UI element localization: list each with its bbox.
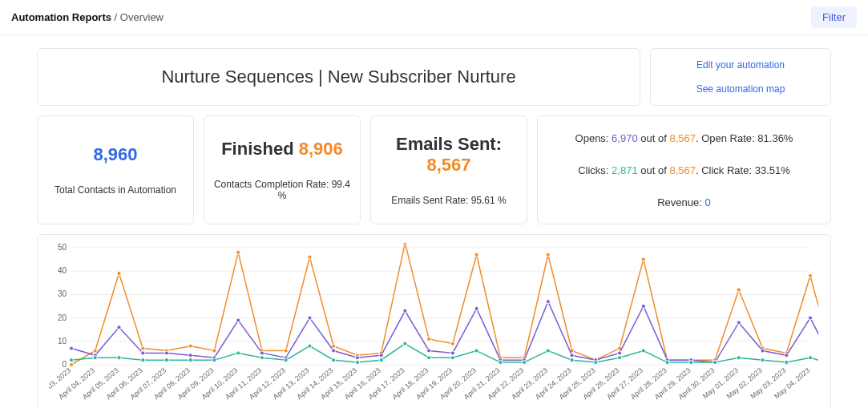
opens-outof: out of (640, 132, 667, 144)
svg-point-47 (141, 346, 145, 350)
stat-emails-sub-value: 95.61 % (471, 195, 507, 206)
stat-finished-sub-prefix: Contacts Completion Rate: (214, 179, 329, 190)
revenue-value: 0 (705, 196, 711, 208)
opens-label: Opens: (575, 132, 609, 144)
svg-point-116 (212, 358, 216, 362)
svg-text:30: 30 (58, 289, 67, 298)
opens-line: Opens: 6,970 out of 8,567. Open Rate: 81… (575, 132, 793, 144)
svg-point-45 (93, 349, 97, 353)
svg-point-113 (141, 358, 145, 362)
chart-card: 01020304050April 03, 2023April 04, 2023A… (37, 234, 831, 408)
svg-point-81 (164, 351, 168, 355)
svg-point-49 (188, 344, 192, 348)
svg-point-107 (785, 353, 789, 358)
svg-point-88 (332, 349, 336, 353)
stat-finished-prefix: Finished (221, 139, 293, 159)
svg-point-94 (474, 306, 478, 310)
svg-point-125 (427, 356, 431, 360)
svg-point-85 (260, 351, 264, 355)
svg-point-140 (785, 361, 789, 365)
svg-point-120 (308, 344, 312, 348)
svg-point-108 (809, 316, 813, 320)
svg-point-82 (188, 353, 192, 358)
stat-finished-value: 8,906 (299, 139, 343, 159)
svg-point-90 (379, 353, 383, 358)
svg-point-44 (70, 363, 74, 367)
svg-point-111 (93, 356, 97, 360)
svg-point-132 (594, 361, 598, 365)
svg-point-68 (641, 257, 645, 261)
stat-emails-sub-prefix: Emails Sent Rate: (391, 195, 468, 206)
svg-text:10: 10 (58, 337, 67, 345)
svg-point-124 (403, 341, 407, 345)
stat-emails-prefix: Emails Sent: (396, 134, 502, 154)
svg-point-91 (403, 309, 407, 313)
svg-point-89 (355, 356, 359, 360)
svg-point-59 (427, 337, 431, 341)
svg-point-55 (332, 344, 336, 348)
breadcrumb-current: Overview (120, 11, 164, 23)
opens-value: 6,970 (612, 132, 638, 144)
svg-point-135 (665, 361, 669, 365)
svg-point-58 (403, 243, 407, 245)
rates-card: Opens: 6,970 out of 8,567. Open Rate: 81… (537, 115, 831, 224)
clicks-value: 2,871 (612, 164, 638, 176)
svg-point-137 (713, 361, 717, 365)
svg-point-72 (737, 288, 741, 292)
svg-point-105 (737, 321, 741, 325)
revenue-line: Revenue: 0 (657, 196, 711, 208)
stat-total-value: 8,960 (93, 144, 137, 165)
opens-total: 8,567 (669, 132, 696, 144)
stat-finished: Finished 8,906 Contacts Completion Rate:… (204, 115, 361, 224)
open-rate-label: . Open Rate: (696, 132, 755, 144)
svg-point-54 (308, 255, 312, 259)
svg-point-133 (618, 356, 622, 360)
svg-point-119 (284, 358, 288, 362)
svg-point-101 (641, 305, 645, 309)
svg-point-121 (332, 358, 336, 362)
filter-button[interactable]: Filter (811, 6, 857, 28)
page-title: Nurture Sequences | New Subscriber Nurtu… (161, 67, 515, 87)
svg-point-60 (450, 341, 454, 345)
svg-point-51 (236, 250, 240, 254)
breadcrumb: Automation Reports / Overview (11, 11, 164, 23)
clicks-line: Clicks: 2,871 out of 8,567. Click Rate: … (578, 164, 790, 176)
svg-point-106 (761, 349, 765, 353)
stat-emails-value: 8,567 (426, 155, 470, 175)
revenue-label: Revenue: (657, 196, 702, 208)
svg-point-84 (236, 318, 240, 322)
stat-emails-sub: Emails Sent Rate: 95.61 % (391, 195, 506, 206)
svg-point-118 (260, 356, 264, 360)
svg-point-134 (641, 349, 645, 353)
svg-point-114 (164, 358, 168, 362)
svg-point-123 (379, 358, 383, 362)
stat-finished-line: Finished 8,906 (221, 139, 343, 160)
click-rate-value: 33.51% (755, 164, 790, 176)
svg-point-127 (474, 349, 478, 353)
svg-text:50: 50 (58, 243, 67, 252)
svg-point-139 (761, 358, 765, 362)
svg-point-131 (570, 358, 574, 362)
clicks-total: 8,567 (669, 164, 696, 176)
svg-point-79 (117, 325, 121, 329)
svg-point-80 (141, 351, 145, 355)
svg-point-112 (117, 356, 121, 360)
svg-point-130 (546, 349, 550, 353)
see-map-link[interactable]: See automation map (696, 83, 785, 95)
breadcrumb-root[interactable]: Automation Reports (11, 11, 111, 23)
svg-point-53 (284, 349, 288, 353)
svg-point-93 (450, 351, 454, 355)
stat-emails-line: Emails Sent: 8,567 (379, 134, 519, 176)
click-rate-label: . Click Rate: (696, 164, 752, 176)
breadcrumb-sep: / (115, 11, 118, 23)
svg-point-50 (212, 349, 216, 353)
side-links-card: Edit your automation See automation map (650, 48, 831, 106)
svg-point-75 (809, 274, 813, 278)
svg-text:20: 20 (58, 313, 67, 322)
clicks-label: Clicks: (578, 164, 608, 176)
edit-automation-link[interactable]: Edit your automation (696, 59, 785, 71)
svg-point-126 (450, 356, 454, 360)
svg-point-128 (499, 361, 503, 365)
svg-point-110 (70, 358, 74, 362)
title-card: Nurture Sequences | New Subscriber Nurtu… (37, 48, 640, 106)
